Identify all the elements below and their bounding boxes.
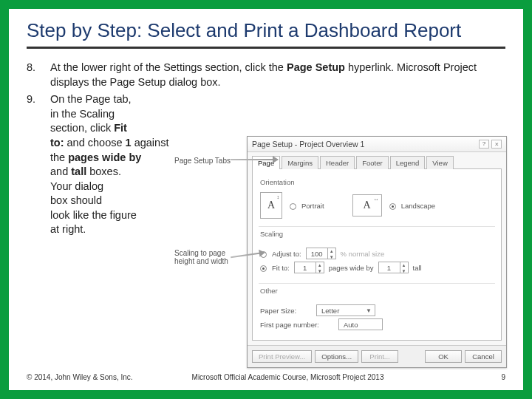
page-setup-dialog: Page Setup - Project Overview 1 ? ⨉ Page… xyxy=(247,136,507,368)
tab-margins[interactable]: Margins xyxy=(282,156,318,169)
adjust-to-spinner[interactable]: 100▲▼ xyxy=(306,248,336,259)
print-button[interactable]: Print... xyxy=(361,350,398,363)
help-button[interactable]: ? xyxy=(479,140,489,149)
adjust-to-radio[interactable]: Adjust to: xyxy=(260,250,301,258)
paper-size-select[interactable]: Letter▼ xyxy=(316,304,375,316)
arrow-icon xyxy=(231,159,278,160)
portrait-icon: A↕ xyxy=(260,192,282,219)
title-rule xyxy=(27,47,505,49)
slide-footer: © 2014, John Wiley & Sons, Inc. Microsof… xyxy=(27,373,505,381)
landscape-icon: A↔ xyxy=(352,194,382,216)
fit-to-radio[interactable]: Fit to: xyxy=(260,264,290,272)
tab-view[interactable]: View xyxy=(426,156,453,169)
first-page-input[interactable]: Auto xyxy=(338,318,383,330)
options-button[interactable]: Options... xyxy=(315,350,358,363)
landscape-radio[interactable]: Landscape xyxy=(389,202,435,210)
dialog-tabs: Page Margins Header Footer Legend View xyxy=(248,152,506,168)
paper-size-label: Paper Size: xyxy=(260,307,312,315)
step-number: 9. xyxy=(27,92,50,237)
other-label: Other xyxy=(260,287,495,295)
step-number: 8. xyxy=(27,61,50,89)
cancel-button[interactable]: Cancel xyxy=(465,350,502,363)
tab-header[interactable]: Header xyxy=(320,156,355,169)
close-button[interactable]: ⨉ xyxy=(491,140,502,149)
fit-tall-spinner[interactable]: 1▲▼ xyxy=(378,262,409,273)
step-8: 8. At the lower right of the Settings se… xyxy=(27,61,505,89)
tab-legend[interactable]: Legend xyxy=(390,156,426,169)
callout-page-setup-tabs: Page Setup Tabs xyxy=(174,157,231,165)
tab-footer[interactable]: Footer xyxy=(356,156,388,169)
orientation-label: Orientation xyxy=(260,178,495,186)
chevron-down-icon: ▼ xyxy=(366,307,372,314)
callout-scaling: Scaling to page height and width xyxy=(174,249,228,265)
first-page-label: First page number: xyxy=(260,321,334,329)
footer-copyright: © 2014, John Wiley & Sons, Inc. xyxy=(27,373,133,381)
slide-title: Step by Step: Select and Print a Dashboa… xyxy=(27,19,505,42)
slide-frame: Step by Step: Select and Print a Dashboa… xyxy=(0,0,532,399)
fit-wide-spinner[interactable]: 1▲▼ xyxy=(294,262,324,273)
ok-button[interactable]: OK xyxy=(425,350,462,363)
footer-page-number: 9 xyxy=(501,373,505,381)
scaling-label: Scaling xyxy=(260,230,495,238)
dialog-title: Page Setup - Project Overview 1 xyxy=(252,140,477,149)
portrait-radio[interactable]: Portrait xyxy=(290,202,324,210)
print-preview-button[interactable]: Print Preview... xyxy=(252,350,312,363)
footer-course: Microsoft Official Academic Course, Micr… xyxy=(192,373,384,381)
